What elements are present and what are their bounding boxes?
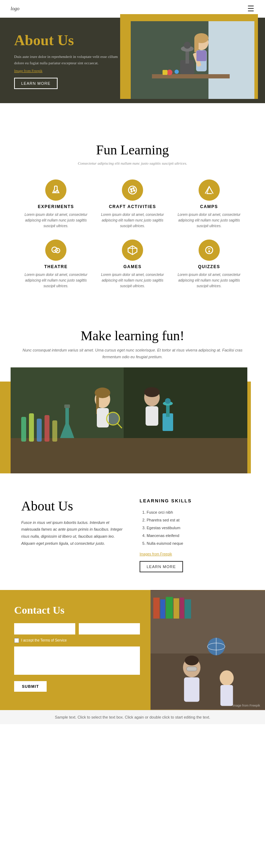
learning-skills-list: Fusce orci nibh Pharetra sed est at Eges… bbox=[140, 508, 244, 547]
flask-icon bbox=[51, 185, 61, 195]
svg-point-69 bbox=[220, 670, 234, 686]
svg-rect-70 bbox=[220, 685, 233, 706]
learning-skills-title: LEARNING SKILLS bbox=[140, 498, 244, 503]
about-text: Fusce in risus vel ipsum lobortis luctus… bbox=[21, 519, 125, 547]
lab-photo-inner bbox=[11, 367, 247, 473]
svg-rect-61 bbox=[185, 599, 191, 618]
svg-point-53 bbox=[165, 398, 171, 404]
svg-rect-40 bbox=[64, 405, 70, 408]
fun-learning-section: Fun Learning Consectetur adipiscing elit… bbox=[0, 124, 265, 310]
svg-point-6 bbox=[184, 42, 191, 49]
hero-learn-more-button[interactable]: LEARN MORE bbox=[14, 78, 58, 89]
svg-point-16 bbox=[55, 191, 56, 193]
contact-section: Contact Us I accept the Terms of Service… bbox=[0, 590, 265, 710]
camps-text: Lorem ipsum dolor sit amet, consectetur … bbox=[174, 212, 244, 229]
games-label: GAMES bbox=[98, 264, 167, 269]
svg-point-48 bbox=[144, 387, 160, 397]
contact-lastname-input[interactable] bbox=[79, 623, 140, 634]
list-item: Pharetra sed est at bbox=[147, 516, 244, 524]
svg-point-18 bbox=[129, 186, 137, 194]
svg-point-14 bbox=[175, 70, 179, 74]
lab-photo bbox=[11, 367, 247, 473]
about-title: About Us bbox=[21, 498, 125, 514]
hero-section: About Us Duis aute irure dolor in repreh… bbox=[0, 18, 265, 103]
theatre-label: THEATRE bbox=[21, 264, 91, 269]
svg-point-66 bbox=[185, 655, 199, 665]
hero-title: About Us bbox=[14, 32, 120, 49]
svg-rect-57 bbox=[160, 599, 165, 618]
svg-rect-38 bbox=[45, 415, 49, 442]
make-learning-subtitle: Nunc consequat interdum varius sit amet.… bbox=[21, 347, 244, 360]
experiments-label: EXPERIMENTS bbox=[21, 204, 91, 209]
hero-description: Duis aute irure dolor in reprehenderit i… bbox=[14, 54, 120, 66]
quizzes-icon bbox=[199, 240, 220, 261]
theatre-icon bbox=[45, 240, 66, 261]
about-left: About Us Fusce in risus vel ipsum lobort… bbox=[21, 498, 125, 547]
submit-button[interactable]: SUBMIT bbox=[14, 681, 47, 692]
svg-rect-49 bbox=[146, 406, 158, 426]
footer-note-text: Sample text. Click to select the text bo… bbox=[55, 715, 210, 719]
craft-text: Lorem ipsum dolor sit amet, consectetur … bbox=[98, 212, 167, 229]
terms-checkbox[interactable] bbox=[14, 638, 19, 643]
hero-photo-inner bbox=[131, 21, 254, 99]
footer-note: Sample text. Click to select the text bo… bbox=[0, 710, 265, 724]
craft-icon bbox=[122, 179, 143, 201]
svg-rect-34 bbox=[11, 438, 247, 473]
svg-rect-35 bbox=[21, 417, 26, 442]
hero-content: About Us Duis aute irure dolor in repreh… bbox=[14, 32, 120, 103]
hero-image-credit[interactable]: Image from Freepik bbox=[14, 69, 120, 73]
games-item: GAMES Lorem ipsum dolor sit amet, consec… bbox=[98, 240, 167, 289]
svg-rect-59 bbox=[173, 598, 179, 618]
quizzes-label: QUIZZES bbox=[174, 264, 244, 269]
games-icon bbox=[122, 240, 143, 261]
contact-photo-credit: Image from Freepik bbox=[232, 704, 260, 707]
theatre-item: THEATRE Lorem ipsum dolor sit amet, cons… bbox=[21, 240, 91, 289]
quizzes-item: QUIZZES Lorem ipsum dolor sit amet, cons… bbox=[174, 240, 244, 289]
theatre-text: Lorem ipsum dolor sit amet, consectetur … bbox=[21, 272, 91, 289]
menu-icon[interactable]: ☰ bbox=[247, 4, 254, 13]
contact-form-area: Contact Us I accept the Terms of Service… bbox=[0, 590, 151, 710]
brain-icon bbox=[204, 245, 214, 255]
lab-illustration bbox=[11, 367, 247, 473]
svg-point-19 bbox=[130, 189, 132, 190]
camps-item: CAMPS Lorem ipsum dolor sit amet, consec… bbox=[174, 179, 244, 229]
about-image-credit[interactable]: Images from Freepik bbox=[140, 552, 244, 556]
fun-learning-title: Fun Learning bbox=[21, 142, 244, 158]
svg-point-25 bbox=[52, 247, 57, 252]
contact-title: Contact Us bbox=[14, 604, 140, 616]
camps-icon bbox=[199, 179, 220, 201]
contact-firstname-input[interactable] bbox=[14, 623, 75, 634]
svg-rect-68 bbox=[187, 667, 197, 671]
svg-point-30 bbox=[208, 251, 210, 252]
masks-icon bbox=[51, 245, 61, 255]
svg-rect-60 bbox=[180, 597, 184, 618]
terms-row: I accept the Terms of Service bbox=[14, 638, 140, 643]
svg-rect-51 bbox=[166, 405, 170, 417]
fun-learning-subtitle: Consectetur adipiscing elit nullam nunc … bbox=[21, 161, 244, 165]
about-section: About Us Fusce in risus vel ipsum lobort… bbox=[0, 480, 265, 590]
cube-icon bbox=[127, 245, 138, 255]
svg-rect-15 bbox=[163, 70, 167, 75]
palette-icon bbox=[127, 185, 138, 195]
list-item: Fusce orci nibh bbox=[147, 508, 244, 516]
svg-point-21 bbox=[134, 190, 135, 191]
svg-rect-39 bbox=[52, 420, 57, 442]
svg-rect-37 bbox=[37, 419, 42, 442]
camps-label: CAMPS bbox=[174, 204, 244, 209]
svg-rect-56 bbox=[153, 597, 160, 618]
lab-image-section bbox=[0, 367, 265, 480]
svg-rect-12 bbox=[196, 51, 206, 61]
about-right: LEARNING SKILLS Fusce orci nibh Pharetra… bbox=[140, 498, 244, 572]
icons-grid: EXPERIMENTS Lorem ipsum dolor sit amet, … bbox=[21, 179, 244, 289]
quizzes-text: Lorem ipsum dolor sit amet, consectetur … bbox=[174, 272, 244, 289]
about-learn-more-button[interactable]: LEARN MORE bbox=[140, 561, 183, 572]
svg-rect-67 bbox=[184, 677, 200, 702]
list-item: Egestas vestibulum bbox=[147, 524, 244, 532]
experiments-item: EXPERIMENTS Lorem ipsum dolor sit amet, … bbox=[21, 179, 91, 229]
contact-photo bbox=[151, 590, 265, 710]
contact-message-textarea[interactable] bbox=[14, 646, 140, 675]
svg-point-13 bbox=[167, 70, 172, 75]
make-learning-title: Make learning fun! bbox=[21, 328, 244, 343]
svg-point-20 bbox=[133, 188, 134, 189]
logo: logo bbox=[11, 6, 19, 12]
